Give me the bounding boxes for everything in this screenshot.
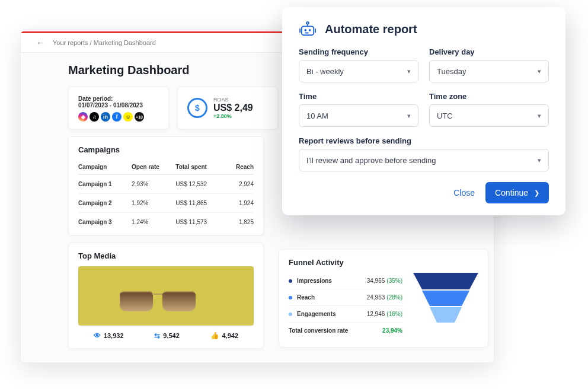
funnel-label: Reach (297, 294, 367, 301)
instagram-icon[interactable]: ◈ (78, 112, 88, 122)
top-media-image[interactable] (78, 266, 254, 326)
linkedin-icon[interactable]: in (101, 112, 110, 122)
funnel-title: Funnel Activity (289, 258, 478, 267)
svg-point-7 (309, 29, 311, 31)
date-period-range: 01/07/2023 - 01/08/2023 (78, 102, 159, 109)
cell-name: Campaign 3 (78, 213, 132, 232)
field-time: Time 10 AM ▾ (299, 92, 418, 127)
select-time-zone[interactable]: UTC ▾ (429, 104, 549, 127)
roas-icon: $ (187, 98, 207, 118)
modal-title: Automate report (325, 23, 417, 36)
continue-label: Continue (495, 188, 528, 197)
retweet-icon: ⇆ (154, 331, 160, 340)
funnel-value: 12,946 (367, 311, 385, 317)
select-time[interactable]: 10 AM ▾ (299, 104, 418, 127)
cell-reach: 2,924 (225, 174, 254, 194)
field-delivery-day: Delivery day Tuesday ▾ (429, 47, 549, 82)
stat-shares: ⇆ 9,542 (154, 331, 180, 340)
views-value: 13,932 (104, 332, 124, 339)
select-value: Bi - weekly (306, 67, 344, 76)
funnel-total-label: Total conversion rate (289, 327, 382, 334)
back-arrow-icon[interactable]: ← (36, 38, 44, 47)
cell-reach: 1,825 (225, 213, 254, 232)
roas-delta: +2.80% (213, 113, 253, 119)
select-report-reviews[interactable]: I'll review and approve before sending ▾ (299, 149, 549, 171)
funnel-label: Impressions (297, 278, 367, 284)
funnel-chart-icon (413, 273, 478, 326)
date-period-card: Date period: 01/07/2023 - 01/08/2023 ◈ ♫… (68, 87, 169, 129)
eye-icon: 👁 (94, 331, 101, 340)
field-sending-frequency: Sending frequency Bi - weekly ▾ (299, 47, 418, 82)
roas-texts: ROAS US$ 2,49 +2.80% (213, 97, 253, 119)
select-value: 10 AM (306, 111, 328, 120)
table-row[interactable]: Campaign 1 2,93% US$ 12,532 2,924 (78, 174, 254, 194)
funnel-row-engagements: Engagements 12,946 (16%) (289, 306, 402, 323)
campaigns-header-row: Campaign Open rate Total spent Reach (78, 160, 254, 174)
field-label: Report reviews before sending (299, 136, 549, 145)
tiktok-icon[interactable]: ♫ (90, 112, 99, 122)
shares-value: 9,542 (163, 332, 180, 339)
campaigns-title: Campaigns (78, 145, 254, 154)
funnel-pct: (16%) (386, 311, 402, 317)
breadcrumb-text[interactable]: Your reports / Marketing Dashboard (53, 39, 156, 46)
thumbs-up-icon: 👍 (210, 331, 219, 340)
field-report-reviews: Report reviews before sending I'll revie… (299, 136, 549, 171)
table-row[interactable]: Campaign 2 1,92% US$ 11,865 1,924 (78, 194, 254, 213)
col-open-rate[interactable]: Open rate (132, 160, 175, 174)
svg-marker-0 (413, 273, 478, 289)
top-media-stats: 👁 13,932 ⇆ 9,542 👍 4,942 (78, 331, 254, 340)
likes-value: 4,942 (222, 332, 239, 339)
funnel-total-value: 23,94% (382, 327, 402, 334)
chevron-right-icon: ❯ (534, 189, 539, 197)
funnel-activity-card: Funnel Activity Impressions 34,965 (35%)… (279, 249, 488, 347)
chevron-down-icon: ▾ (407, 68, 411, 75)
svg-rect-5 (302, 26, 314, 35)
funnel-body: Impressions 34,965 (35%) Reach 24,953 (2… (289, 273, 478, 339)
svg-marker-2 (430, 307, 462, 323)
cell-spent: US$ 12,532 (175, 174, 225, 194)
table-row[interactable]: Campaign 3 1,24% US$ 11,573 1,825 (78, 213, 254, 232)
field-time-zone: Time zone UTC ▾ (429, 92, 549, 127)
chevron-down-icon: ▾ (538, 157, 541, 164)
snapchat-icon[interactable]: ☺ (123, 112, 133, 122)
facebook-icon[interactable]: f (112, 112, 122, 122)
select-value: UTC (437, 111, 453, 120)
funnel-row-impressions: Impressions 34,965 (35%) (289, 273, 402, 289)
top-media-card: Top Media 👁 13,932 ⇆ 9,542 👍 (68, 243, 264, 349)
funnel-pct: (28%) (386, 294, 402, 301)
col-campaign[interactable]: Campaign (78, 160, 132, 174)
svg-point-6 (304, 29, 306, 31)
chevron-down-icon: ▾ (407, 112, 411, 120)
chevron-down-icon: ▾ (538, 68, 541, 75)
dot-icon (289, 313, 292, 316)
modal-header: Automate report (299, 21, 549, 37)
channel-icons: ◈ ♫ in f ☺ +10 (78, 112, 159, 122)
date-period-label: Date period: (78, 95, 159, 102)
select-value: Tuesday (437, 67, 466, 76)
funnel-label: Engagements (297, 311, 367, 317)
col-total-spent[interactable]: Total spent (175, 160, 225, 174)
continue-button[interactable]: Continue ❯ (485, 182, 549, 203)
field-label: Time zone (429, 92, 549, 101)
modal-form: Sending frequency Bi - weekly ▾ Delivery… (299, 47, 549, 171)
stat-likes: 👍 4,942 (210, 331, 239, 340)
cell-open: 1,24% (132, 213, 175, 232)
campaigns-card: Campaigns Campaign Open rate Total spent… (68, 136, 264, 235)
svg-point-3 (306, 22, 309, 24)
cell-open: 2,93% (132, 174, 175, 194)
col-reach[interactable]: Reach (225, 160, 254, 174)
cell-spent: US$ 11,865 (175, 194, 225, 213)
cell-open: 1,92% (132, 194, 175, 213)
top-media-title: Top Media (78, 251, 254, 260)
funnel-total-row: Total conversion rate 23,94% (289, 323, 402, 339)
funnel-list: Impressions 34,965 (35%) Reach 24,953 (2… (289, 273, 402, 339)
select-delivery-day[interactable]: Tuesday ▾ (429, 60, 549, 82)
cell-name: Campaign 2 (78, 194, 132, 213)
funnel-value: 34,965 (367, 278, 385, 284)
campaigns-table: Campaign Open rate Total spent Reach Cam… (78, 160, 254, 231)
more-channels-badge[interactable]: +10 (135, 112, 144, 122)
close-button[interactable]: Close (453, 188, 475, 197)
select-sending-frequency[interactable]: Bi - weekly ▾ (299, 60, 418, 82)
dot-icon (289, 279, 292, 283)
select-value: I'll review and approve before sending (306, 156, 436, 165)
